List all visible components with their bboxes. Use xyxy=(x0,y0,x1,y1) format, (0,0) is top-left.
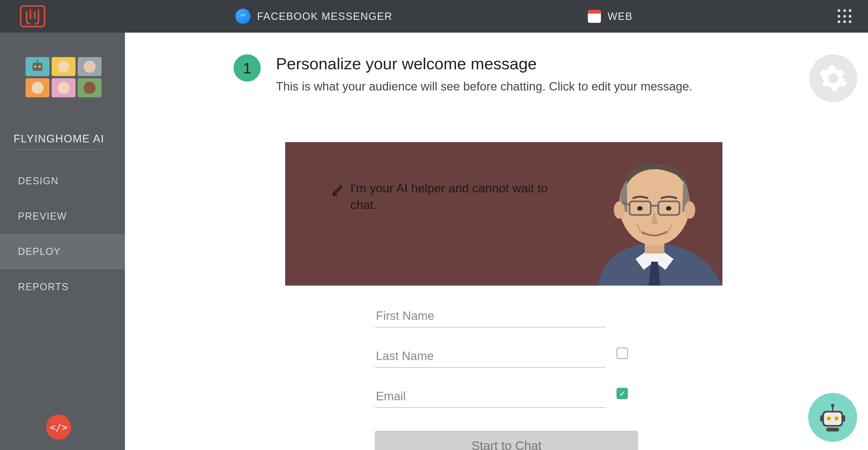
welcome-message-text[interactable]: I'm your AI helper and cannot wait to ch… xyxy=(350,180,568,213)
gear-icon xyxy=(818,63,848,93)
email-required-checkbox[interactable]: ✓ xyxy=(617,388,628,399)
svg-rect-28 xyxy=(820,415,823,422)
messenger-icon xyxy=(235,9,250,24)
welcome-banner[interactable]: I'm your AI helper and cannot wait to ch… xyxy=(285,142,722,286)
tab-label: WEB xyxy=(608,10,633,22)
step-title: Personalize your welcome message xyxy=(276,54,692,73)
svg-point-7 xyxy=(37,60,38,61)
svg-rect-30 xyxy=(826,428,839,431)
svg-rect-29 xyxy=(842,415,845,422)
svg-point-1 xyxy=(30,9,31,11)
step-number-badge: 1 xyxy=(234,54,261,82)
svg-point-12 xyxy=(684,201,695,219)
svg-point-25 xyxy=(836,418,837,419)
logo-icon xyxy=(19,4,46,28)
step-subtitle: This is what your audience will see befo… xyxy=(276,80,692,93)
main-content: 1 Personalize your welcome message This … xyxy=(125,33,868,450)
email-input[interactable] xyxy=(375,385,606,408)
settings-button[interactable] xyxy=(809,54,857,102)
start-to-chat-button[interactable]: Start to Chat xyxy=(375,431,638,450)
visitor-form: ✓ Start to Chat xyxy=(375,305,638,450)
svg-point-2 xyxy=(38,9,39,11)
svg-point-27 xyxy=(831,404,834,407)
channel-tabs: FACEBOOK MESSENGER WEB xyxy=(235,0,632,33)
sidebar-item-deploy[interactable]: DEPLOY xyxy=(0,234,125,269)
edit-icon[interactable] xyxy=(331,180,345,198)
sidebar-item-reports[interactable]: REPORTS xyxy=(0,269,125,305)
svg-point-5 xyxy=(38,65,41,68)
apps-menu-icon[interactable] xyxy=(838,9,852,23)
svg-point-4 xyxy=(34,65,36,68)
sidebar-item-preview[interactable]: PREVIEW xyxy=(0,199,125,234)
topbar: FACEBOOK MESSENGER WEB xyxy=(0,0,868,33)
svg-point-19 xyxy=(666,206,671,211)
svg-point-18 xyxy=(637,206,643,211)
robot-icon xyxy=(816,401,849,434)
divider xyxy=(13,149,100,150)
juji-logo[interactable] xyxy=(16,4,49,28)
project-title: FLYINGHOME AI xyxy=(0,132,125,149)
chatbot-launcher[interactable] xyxy=(808,393,857,442)
avatar-grid[interactable] xyxy=(26,57,125,97)
web-icon xyxy=(588,10,601,23)
svg-rect-3 xyxy=(33,63,42,71)
step-header: 1 Personalize your welcome message This … xyxy=(234,54,841,93)
last-name-input[interactable] xyxy=(375,345,606,368)
tab-web[interactable]: WEB xyxy=(588,0,633,33)
sidebar: FLYINGHOME AI DESIGN PREVIEW DEPLOY REPO… xyxy=(0,33,125,450)
code-button[interactable]: </> xyxy=(46,415,71,440)
first-name-input[interactable] xyxy=(375,305,606,327)
robot-avatar-icon xyxy=(30,59,45,74)
sidebar-item-design[interactable]: DESIGN xyxy=(0,163,125,199)
ai-avatar-image xyxy=(581,142,722,286)
tab-label: FACEBOOK MESSENGER xyxy=(257,10,392,22)
tab-facebook-messenger[interactable]: FACEBOOK MESSENGER xyxy=(235,0,392,33)
svg-point-24 xyxy=(828,418,830,419)
svg-rect-0 xyxy=(21,6,44,27)
last-name-required-checkbox[interactable] xyxy=(617,348,628,359)
